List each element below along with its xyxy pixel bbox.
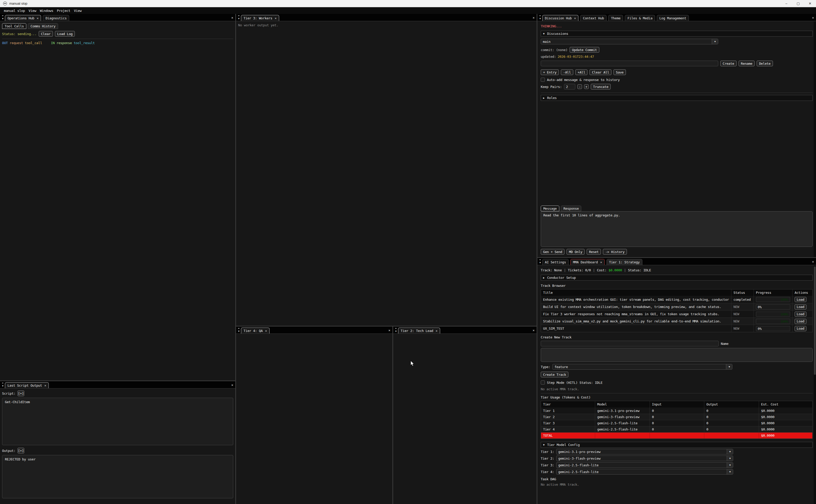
tier-model-config-collapsing-header[interactable]: ▼ Tier Model Config [541,442,813,448]
window-close-icon[interactable]: × [812,16,814,20]
window-menu-icon[interactable]: ▼ [539,15,541,21]
tier-model-select[interactable]: gemini-3.1-pro-preview ▼ [556,449,733,454]
window-close-icon[interactable]: × [533,328,535,332]
tab-ai-settings[interactable]: AI Settings [542,259,569,265]
tab-close-icon[interactable]: × [44,384,46,387]
keep-pairs-increment-button[interactable]: + [584,84,589,89]
delete-button[interactable]: Delete [757,61,773,66]
message-textarea[interactable]: Read the first 10 lines of aggregate.py. [541,211,813,247]
auto-add-checkbox[interactable] [541,78,545,82]
tab-diagnostics[interactable]: Diagnostics [43,15,69,21]
tab-close-icon[interactable]: × [274,16,276,20]
discussion-select[interactable]: main ▼ [541,39,718,44]
usage-model: gemini-2.5-flash-lite [595,426,650,432]
update-commit-button[interactable]: Update Commit [570,47,599,53]
window-close-icon[interactable]: × [812,260,814,264]
output-expand-button[interactable]: [+] [18,448,24,453]
tab-discussion-hub[interactable]: Discussion Hub × [542,15,578,21]
add-entry-button[interactable]: + Entry [541,69,559,75]
new-track-description-textarea[interactable] [541,348,813,362]
conductor-setup-collapsing-header[interactable]: ▶ Conductor Setup [541,275,813,281]
tab-last-script-output[interactable]: Last Script Output × [5,382,49,388]
tab-log-management[interactable]: Log Management [657,15,689,21]
menu-view-2[interactable]: View [72,9,83,13]
window-menu-icon[interactable]: ▼ [539,259,541,265]
tab-theme[interactable]: Theme [608,15,623,21]
window-close-icon[interactable]: × [231,383,233,387]
tier-model-select[interactable]: gemini-2.5-flash-lite ▼ [556,462,733,468]
track-type-select[interactable]: feature ▼ [552,364,732,370]
load-button[interactable]: Load [795,304,806,310]
tab-operations-hub[interactable]: Operations Hub × [5,15,41,21]
reset-button[interactable]: Reset [587,249,601,255]
tier-config-label: Tier 4: [541,470,554,474]
scrollbar-track[interactable] [814,265,816,504]
tab-comms-history[interactable]: Comms History [28,23,58,29]
mouse-cursor [410,361,416,367]
md-only-button[interactable]: MD Only [567,249,585,255]
tab-mma-dashboard[interactable]: MMA Dashboard × [570,259,605,265]
tab-tier4-qa[interactable]: Tier 4: QA × [241,328,270,334]
tab-close-icon[interactable]: × [265,329,267,333]
new-track-name-input[interactable] [541,341,719,346]
load-log-button[interactable]: Load Log [55,31,75,37]
tab-response[interactable]: Response [561,206,581,211]
tab-message[interactable]: Message [541,206,559,211]
save-button[interactable]: Save [613,69,626,75]
truncate-button[interactable]: Truncate [591,84,611,90]
clear-all-button[interactable]: Clear All [589,69,611,75]
keep-pairs-input[interactable]: 2 [564,84,575,90]
window-close-icon[interactable]: × [389,328,390,332]
create-button[interactable]: Create [720,61,737,66]
expand-all-button[interactable]: +All [575,69,588,75]
window-close-icon[interactable]: × [231,16,233,20]
menu-windows[interactable]: Windows [38,9,55,13]
script-content-box[interactable]: Get-ChildItem [2,398,233,445]
window-menu-icon[interactable]: ▼ [2,383,3,388]
load-button[interactable]: Load [795,297,806,302]
window-menu-icon[interactable]: ▼ [395,328,397,333]
window-menu-icon[interactable]: ▼ [238,328,239,333]
tab-tier1-strategy[interactable]: Tier 1: Strategy [607,259,642,265]
to-history-button[interactable]: -> History [603,249,627,255]
step-mode-checkbox[interactable] [541,380,545,385]
tab-close-icon[interactable]: × [600,260,602,264]
tab-tier3-workers[interactable]: Tier 3: Workers × [241,15,279,21]
create-track-button[interactable]: Create Track [541,372,568,377]
scrollbar-thumb[interactable] [814,266,816,375]
clear-button[interactable]: Clear [39,31,53,37]
window-menu-icon[interactable]: ▼ [238,15,239,21]
tab-tier2-tech-lead[interactable]: Tier 2: Tech Lead × [398,328,440,334]
discussion-name-input[interactable] [541,61,718,66]
menu-manual-slop[interactable]: manual slop [2,9,27,13]
tab-context-hub[interactable]: Context Hub [580,15,607,21]
tab-close-icon[interactable]: × [435,329,437,333]
roles-collapsing-header[interactable]: ▶ Roles [541,95,813,101]
tab-close-icon[interactable]: × [574,16,576,20]
menu-project[interactable]: Project [55,9,72,13]
load-button[interactable]: Load [795,319,806,324]
menu-view[interactable]: View [27,9,38,13]
load-button[interactable]: Load [795,312,806,317]
load-button[interactable]: Load [795,326,806,331]
discussions-collapsing-header[interactable]: ▼ Discussions [541,31,813,37]
collapse-all-button[interactable]: -All [561,69,573,75]
tool-call-log-row[interactable]: OUT request tool_call IN response tool_r… [2,41,233,45]
window-menu-icon[interactable]: ▼ [2,15,3,21]
script-expand-button[interactable]: [+] [18,391,24,396]
tab-close-icon[interactable]: × [37,16,38,20]
app-icon [3,2,7,5]
tab-tool-calls[interactable]: Tool Calls [2,23,26,29]
tier-model-select[interactable]: gemini-3-flash-preview ▼ [556,456,733,461]
tier-model-select[interactable]: gemini-2.5-flash-lite ▼ [556,469,733,475]
gen-send-button[interactable]: Gen + Send [541,249,564,255]
keep-pairs-decrement-button[interactable]: - [577,84,582,89]
output-content-box[interactable]: REJECTED by user [2,455,233,498]
minimize-icon[interactable]: – [780,0,792,7]
window-close-icon[interactable]: × [533,16,535,20]
scrollbar-track[interactable] [814,21,816,257]
maximize-icon[interactable]: ▢ [792,0,804,7]
tab-files-media[interactable]: Files & Media [625,15,655,21]
rename-button[interactable]: Rename [739,61,755,66]
close-icon[interactable]: ✕ [804,0,816,7]
